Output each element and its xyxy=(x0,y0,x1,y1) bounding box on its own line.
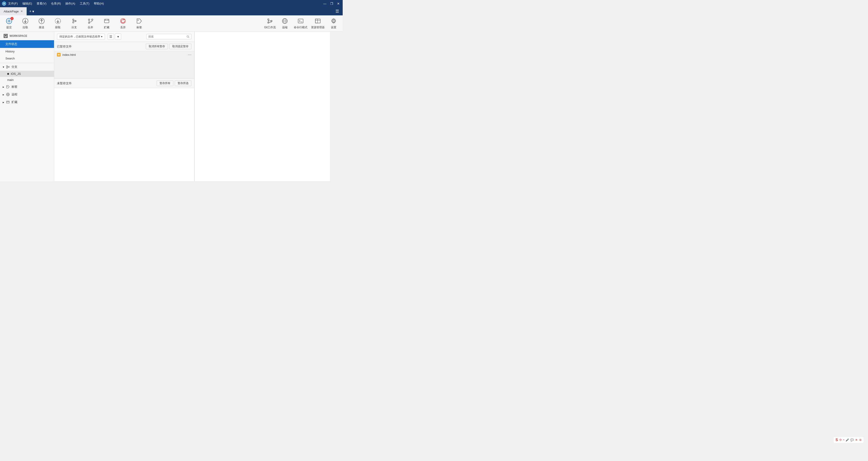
remote-section-label: 远程 xyxy=(11,92,18,96)
unstaged-empty-area xyxy=(54,88,194,181)
stage-all-button[interactable]: 暂存所有 xyxy=(157,81,174,86)
sort-dropdown-arrow: ▾ xyxy=(101,35,102,38)
files-panel: 待定的文件，已依照文件状态排序 ▾ ☰ ▾ 已暂存 xyxy=(54,32,194,181)
menu-repo[interactable]: 仓库(R) xyxy=(50,1,62,6)
app-logo xyxy=(2,1,6,6)
branch-ios-js-label: iOS_JS xyxy=(11,72,21,75)
tab-attackpage[interactable]: AttackPage ✕ xyxy=(0,7,27,16)
menu-action[interactable]: 操作(A) xyxy=(64,1,76,6)
staged-files-section: 已暂存文件 取消所有暂存 取消选定暂存 M index.html — xyxy=(54,42,194,79)
toolbar-terminal[interactable]: 命令行模式 xyxy=(294,18,307,29)
close-button[interactable]: ✕ xyxy=(336,1,341,6)
svg-line-54 xyxy=(188,37,189,38)
sidebar-item-search[interactable]: Search xyxy=(0,55,54,62)
sort-dropdown[interactable]: 待定的文件，已依照文件状态排序 ▾ xyxy=(57,34,105,40)
sidebar-branch-main[interactable]: main xyxy=(0,77,54,83)
commit-label: 提交 xyxy=(6,26,12,29)
toolbar-remote[interactable]: 远端 xyxy=(279,18,290,29)
staged-file-index-html[interactable]: M index.html — xyxy=(54,51,194,58)
terminal-icon xyxy=(297,18,304,25)
file-search-box[interactable] xyxy=(146,34,191,39)
svg-point-53 xyxy=(187,35,188,37)
svg-point-42 xyxy=(6,67,8,68)
svg-rect-40 xyxy=(5,37,6,37)
stage-selected-button[interactable]: 暂存所选 xyxy=(175,81,191,86)
file-search-input[interactable] xyxy=(148,35,186,38)
branches-section-label: 分支 xyxy=(11,65,18,69)
diff-panel: Select a file to view the diff xyxy=(194,32,330,181)
remote-icon xyxy=(281,18,288,25)
svg-rect-32 xyxy=(298,19,303,23)
list-view-button[interactable]: ☰ xyxy=(107,33,114,40)
menu-tools[interactable]: 工具(T) xyxy=(79,1,90,6)
toolbar-tag[interactable]: 标签 xyxy=(134,18,145,29)
toolbar-push[interactable]: 推送 xyxy=(36,18,47,29)
toolbar-branch[interactable]: 分支 xyxy=(69,18,80,29)
svg-rect-35 xyxy=(315,19,318,23)
remote-section-icon xyxy=(6,93,10,96)
discard-label: 丢弃 xyxy=(120,26,126,29)
hamburger-menu[interactable]: ☰ xyxy=(332,9,343,14)
title-bar-controls: — ❐ ✕ xyxy=(322,1,341,6)
sidebar-item-history[interactable]: History xyxy=(0,48,54,55)
sort-dropdown-label: 待定的文件，已依照文件状态排序 xyxy=(59,35,100,39)
unstage-icon[interactable]: — xyxy=(188,53,191,57)
toolbar-stash[interactable]: 贮藏 xyxy=(101,18,112,29)
stash-icon xyxy=(103,18,110,25)
sidebar-section-branches[interactable]: ▾ 分支 xyxy=(0,63,54,71)
tags-collapse-icon: ▸ xyxy=(3,85,4,89)
toolbar-fetch[interactable]: 获取 xyxy=(53,18,63,29)
sidebar: WORKSPACE 文件状态 History Search ▾ 分支 iOS_J… xyxy=(0,32,54,181)
view-options-button[interactable]: ▾ xyxy=(115,33,121,40)
svg-rect-34 xyxy=(315,19,320,23)
svg-point-24 xyxy=(138,20,138,21)
toolbar-commit[interactable]: 1 提交 xyxy=(4,18,14,29)
branch-collapse-icon: ▾ xyxy=(3,65,4,69)
tab-close-icon[interactable]: ✕ xyxy=(21,10,23,13)
merge-label: 合并 xyxy=(88,26,93,29)
toolbar-merge[interactable]: 合并 xyxy=(85,18,96,29)
toolbar-pull[interactable]: 拉取 xyxy=(20,18,31,29)
toolbar: 1 提交 拉取 推送 xyxy=(0,16,343,32)
tab-add-button[interactable]: + ▾ xyxy=(27,9,37,13)
unstaged-section-buttons: 暂存所有 暂存所选 xyxy=(157,81,191,86)
unstaged-files-section: 未暂存文件 暂存所有 暂存所选 xyxy=(54,79,194,181)
menu-file[interactable]: 文件(F) xyxy=(7,1,19,6)
sidebar-branch-ios-js[interactable]: iOS_JS xyxy=(0,71,54,77)
discard-icon xyxy=(119,18,127,25)
stash-label: 贮藏 xyxy=(104,26,110,29)
sidebar-section-tags[interactable]: ▸ 标签 xyxy=(0,83,54,91)
commit-badge: 1 xyxy=(10,17,13,20)
menu-edit[interactable]: 编辑(E) xyxy=(22,1,33,6)
title-bar-left: 文件(F) 编辑(E) 查看(V) 仓库(R) 操作(A) 工具(T) 帮助(H… xyxy=(2,1,105,6)
push-label: 推送 xyxy=(39,26,44,29)
svg-point-45 xyxy=(7,86,8,87)
push-icon xyxy=(38,18,45,25)
workspace-label: WORKSPACE xyxy=(0,32,54,40)
menu-help[interactable]: 帮助(H) xyxy=(93,1,105,6)
branch-section-icon xyxy=(6,65,10,69)
toolbar-settings[interactable]: 设置 xyxy=(328,18,339,29)
svg-point-25 xyxy=(268,19,269,20)
toolbar-explorer[interactable]: 资源管理器 xyxy=(311,18,324,29)
add-icon: + xyxy=(29,9,31,13)
toolbar-git-flow[interactable]: Git工作流 xyxy=(264,18,276,29)
commit-icon: 1 xyxy=(5,18,13,25)
pull-icon xyxy=(22,18,29,25)
sidebar-section-remote[interactable]: ▸ 远程 xyxy=(0,91,54,98)
toolbar-discard[interactable]: 丢弃 xyxy=(118,18,128,29)
cancel-selected-staged-button[interactable]: 取消选定暂存 xyxy=(169,43,191,49)
menu-view[interactable]: 查看(V) xyxy=(36,1,47,6)
sidebar-item-file-status[interactable]: 文件状态 xyxy=(0,40,54,48)
sidebar-section-stash[interactable]: ▸ 贮藏 xyxy=(0,98,54,106)
add-dropdown-icon: ▾ xyxy=(32,9,34,13)
maximize-button[interactable]: ❐ xyxy=(329,1,334,6)
svg-point-37 xyxy=(333,20,335,22)
current-branch-dot xyxy=(7,73,9,75)
main-content: 待定的文件，已依照文件状态排序 ▾ ☰ ▾ 已暂存 xyxy=(54,32,343,181)
stash-section-label: 贮藏 xyxy=(11,100,18,104)
minimize-button[interactable]: — xyxy=(322,1,327,6)
cancel-all-staged-button[interactable]: 取消所有暂存 xyxy=(146,43,168,49)
workspace-text: WORKSPACE xyxy=(9,34,27,37)
svg-point-17 xyxy=(92,19,93,20)
